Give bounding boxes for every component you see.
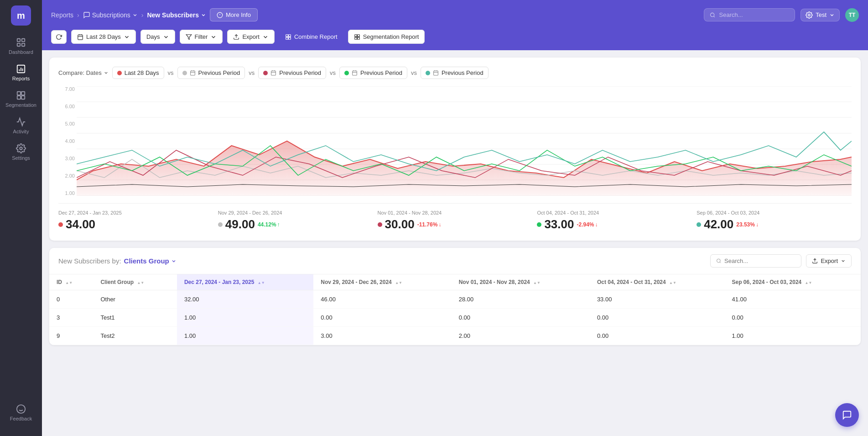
table-search-input[interactable] bbox=[724, 257, 795, 264]
breadcrumb-subscriptions[interactable]: Subscriptions bbox=[83, 11, 138, 19]
header-right: Test TT bbox=[704, 8, 859, 22]
app-logo[interactable]: m bbox=[11, 5, 31, 26]
chevron-down-icon bbox=[163, 34, 169, 40]
segmentation-report-button[interactable]: Segmentation Report bbox=[348, 30, 425, 44]
svg-rect-34 bbox=[354, 37, 357, 39]
table-title-by: New Subscribers by: bbox=[58, 257, 121, 265]
svg-rect-11 bbox=[21, 96, 25, 99]
sidebar-item-reports[interactable]: Reports bbox=[0, 59, 42, 86]
date-range-button[interactable]: Last 28 Days bbox=[71, 30, 136, 44]
svg-rect-30 bbox=[286, 37, 288, 39]
period-2-date: Nov 29, 2024 - Dec 26, 2024 bbox=[218, 210, 369, 215]
user-menu-button[interactable]: Test bbox=[800, 9, 840, 21]
sidebar-item-dashboard[interactable]: Dashboard bbox=[0, 33, 42, 59]
breadcrumb-reports[interactable]: Reports bbox=[51, 11, 73, 19]
export-button[interactable]: Export bbox=[227, 30, 275, 44]
group-selector-button[interactable]: Clients Group bbox=[124, 257, 177, 265]
chevron-down-icon bbox=[210, 34, 217, 40]
col-nov01[interactable]: Nov 01, 2024 - Nov 28, 2024 ▲▼ bbox=[452, 274, 590, 290]
svg-rect-3 bbox=[22, 43, 25, 46]
subscriptions-icon bbox=[83, 11, 90, 19]
period-1-value: 34.00 bbox=[58, 217, 209, 231]
series-2-label: Previous Period bbox=[198, 69, 240, 76]
calendar-icon bbox=[190, 70, 196, 76]
compare-label[interactable]: Compare: Dates bbox=[58, 69, 109, 76]
refresh-icon bbox=[56, 34, 62, 40]
sort-icon: ▲▼ bbox=[65, 281, 73, 285]
series-1-dot bbox=[117, 71, 122, 75]
sort-icon: ▲▼ bbox=[533, 281, 541, 285]
svg-rect-28 bbox=[286, 34, 288, 37]
period-4-change: -2.94% ↓ bbox=[577, 221, 598, 228]
period-3: Nov 01, 2024 - Nov 28, 2024 30.00 -11.76… bbox=[373, 210, 533, 231]
combine-report-button[interactable]: Combine Report bbox=[279, 30, 343, 44]
period-3-value: 30.00 -11.76% ↓ bbox=[378, 217, 528, 231]
series-3-label: Previous Period bbox=[279, 69, 321, 76]
series-3-legend[interactable]: Previous Period bbox=[258, 67, 326, 79]
cell-oct04: 33.00 bbox=[590, 290, 725, 309]
col-oct04[interactable]: Oct 04, 2024 - Oct 31, 2024 ▲▼ bbox=[590, 274, 725, 290]
chevron-down-icon bbox=[171, 258, 177, 264]
dashboard-icon bbox=[16, 37, 26, 47]
table-export-button[interactable]: Export bbox=[806, 254, 852, 268]
svg-rect-2 bbox=[17, 43, 20, 46]
cell-sep06: 41.00 bbox=[724, 290, 861, 309]
cell-nov01: 28.00 bbox=[452, 290, 590, 309]
sort-icon: ▲▼ bbox=[805, 281, 812, 285]
period-1-dot bbox=[58, 222, 63, 227]
content-area: Compare: Dates Last 28 Days vs Previous … bbox=[42, 50, 868, 436]
col-nov29[interactable]: Nov 29, 2024 - Dec 26, 2024 ▲▼ bbox=[313, 274, 451, 290]
chevron-down-icon bbox=[124, 34, 130, 40]
activity-icon bbox=[16, 117, 26, 127]
refresh-button[interactable] bbox=[51, 30, 67, 44]
settings-icon bbox=[16, 143, 26, 153]
series-4-label: Previous Period bbox=[360, 69, 402, 76]
cell-dec27: 1.00 bbox=[177, 327, 313, 345]
export-icon bbox=[233, 34, 239, 40]
reports-icon bbox=[16, 64, 26, 74]
table-search[interactable] bbox=[710, 254, 801, 268]
svg-rect-40 bbox=[271, 71, 276, 75]
period-5-value: 42.00 23.53% ↓ bbox=[696, 217, 847, 231]
sort-icon: ▲▼ bbox=[669, 281, 676, 285]
series-5-dot bbox=[426, 71, 430, 75]
days-label: Days bbox=[146, 33, 160, 40]
col-dec27[interactable]: Dec 27, 2024 - Jan 23, 2025 ▲▼ bbox=[177, 274, 313, 290]
sidebar-item-segmentation[interactable]: Segmentation bbox=[0, 86, 42, 112]
sidebar-item-settings[interactable]: Settings bbox=[0, 139, 42, 165]
breadcrumb-current[interactable]: New Subscribers bbox=[147, 11, 206, 19]
series-2-legend[interactable]: Previous Period bbox=[177, 67, 245, 79]
more-info-button[interactable]: More Info bbox=[210, 8, 258, 21]
sort-icon: ▲▼ bbox=[258, 281, 265, 285]
cell-id: 0 bbox=[49, 290, 93, 309]
cell-nov29: 0.00 bbox=[313, 309, 451, 327]
col-sep06[interactable]: Sep 06, 2024 - Oct 03, 2024 ▲▼ bbox=[724, 274, 861, 290]
series-4-legend[interactable]: Previous Period bbox=[339, 67, 407, 79]
search-input[interactable] bbox=[719, 11, 790, 18]
svg-rect-1 bbox=[22, 39, 25, 42]
cell-dec27: 1.00 bbox=[177, 309, 313, 327]
col-id[interactable]: ID ▲▼ bbox=[49, 274, 93, 290]
sidebar-item-label: Settings bbox=[12, 155, 30, 161]
svg-rect-9 bbox=[21, 92, 25, 95]
svg-point-13 bbox=[17, 405, 25, 413]
period-4-dot bbox=[537, 222, 541, 227]
sidebar-item-activity[interactable]: Activity bbox=[0, 112, 42, 139]
cell-id: 9 bbox=[49, 327, 93, 345]
chevron-down-icon bbox=[829, 12, 835, 18]
col-client-group[interactable]: Client Group ▲▼ bbox=[93, 274, 177, 290]
header-search[interactable] bbox=[704, 8, 795, 21]
svg-rect-8 bbox=[17, 92, 21, 95]
series-1-legend[interactable]: Last 28 Days bbox=[112, 67, 164, 79]
header: Reports › Subscriptions › New Subscriber… bbox=[42, 0, 868, 30]
period-5-dot bbox=[696, 222, 701, 227]
filter-button[interactable]: Filter bbox=[180, 30, 223, 44]
days-button[interactable]: Days bbox=[140, 30, 175, 44]
calendar-icon bbox=[352, 70, 358, 76]
svg-point-19 bbox=[711, 13, 714, 16]
combine-report-label: Combine Report bbox=[294, 33, 338, 40]
chevron-down-icon bbox=[132, 12, 138, 18]
sidebar-item-feedback[interactable]: Feedback bbox=[6, 399, 36, 426]
series-5-legend[interactable]: Previous Period bbox=[421, 67, 489, 79]
chat-bubble-button[interactable] bbox=[835, 403, 859, 427]
